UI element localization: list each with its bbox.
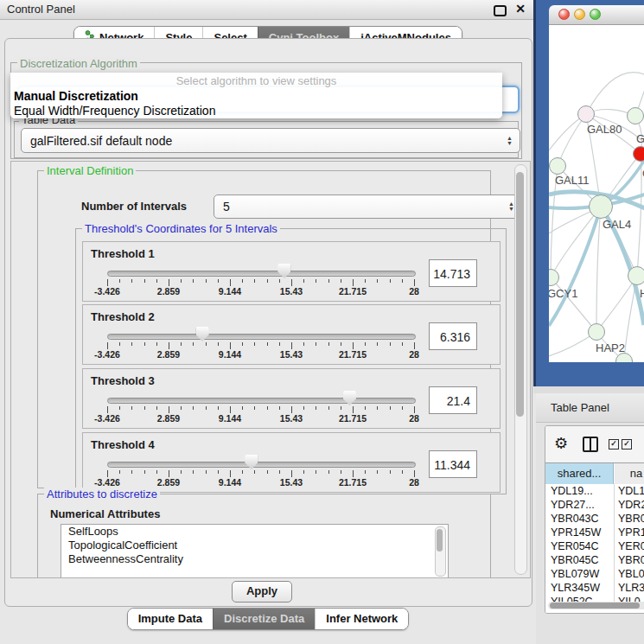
threshold-slider-track[interactable]	[107, 462, 416, 468]
table-row[interactable]: YBL079WYBL0	[545, 567, 644, 581]
table-row[interactable]: YBR043CYBR0	[545, 512, 644, 526]
scrollbar-thumb[interactable]	[516, 172, 524, 417]
tick-mark	[390, 342, 391, 346]
network-canvas[interactable]: GAL80GCGAL11GAL4GCY1HHAP2	[549, 25, 644, 362]
close-icon[interactable]: ✕	[515, 2, 526, 16]
cell-shared-name: YDR27...	[551, 498, 613, 512]
scrollbar-thumb[interactable]	[437, 529, 443, 552]
node-label: GAL4	[603, 218, 631, 231]
column-header-shared[interactable]: shared...	[545, 463, 614, 484]
threshold-slider-track[interactable]	[107, 398, 416, 404]
attribute-list-item[interactable]: SelfLoops	[61, 525, 448, 539]
network-node[interactable]	[577, 105, 595, 123]
network-node[interactable]	[627, 107, 644, 124]
threshold-value-field[interactable]: 6.316	[429, 322, 477, 350]
threshold-value-field[interactable]: 21.4	[429, 386, 477, 414]
list-scrollbar[interactable]	[435, 526, 446, 577]
tick-mark	[291, 406, 292, 413]
table-row[interactable]: YLR345WYLR3	[545, 581, 644, 595]
tick-label: 2.859	[157, 477, 180, 488]
threshold-panel: Threshold 4 -3.4262.8599.14415.4321.7152…	[82, 432, 501, 493]
tick-mark	[169, 279, 169, 286]
table-horizontal-scrollbar[interactable]	[548, 602, 644, 609]
tick-mark	[303, 279, 304, 283]
tick-mark	[131, 406, 132, 410]
combo-spinner-icon[interactable]: ▲▼	[508, 201, 514, 212]
network-node[interactable]	[588, 323, 605, 341]
table-row[interactable]: YDL19...YDL1	[545, 484, 644, 498]
threshold-slider-track[interactable]	[107, 334, 416, 340]
tab-label: Infer Network	[326, 612, 398, 625]
attribute-list-item[interactable]: BetweennessCentrality	[61, 552, 448, 566]
node-label: HAP2	[596, 341, 625, 354]
threshold-value-field[interactable]: 14.713	[429, 259, 477, 287]
network-node[interactable]	[633, 146, 644, 162]
tick-mark	[303, 406, 304, 410]
panel-scrollbar[interactable]	[514, 164, 527, 575]
tick-mark	[267, 342, 268, 346]
table-row[interactable]: YER054CYER0	[545, 539, 644, 553]
tick-label: -3.426	[94, 286, 120, 296]
cell-shared-name: YPR145W	[551, 526, 613, 539]
number-of-intervals-select[interactable]: 5 ▲▼	[214, 194, 522, 219]
threshold-panel: Threshold 3 -3.4262.8599.14415.4321.7152…	[82, 368, 501, 429]
numerical-attributes-list[interactable]: SelfLoopsTopologicalCoefficientBetweenne…	[61, 524, 449, 578]
tick-mark	[107, 470, 108, 477]
threshold-value-field[interactable]: 11.344	[429, 450, 477, 478]
float-window-icon[interactable]	[494, 5, 507, 16]
zoom-light[interactable]	[590, 9, 601, 20]
close-light[interactable]	[558, 9, 570, 20]
minimize-light[interactable]	[574, 9, 585, 20]
table-data-select[interactable]: galFiltered.sif default node ▲▼	[21, 128, 520, 153]
tick-mark	[341, 406, 341, 410]
tick-mark	[218, 279, 219, 283]
cell-name: YDR2	[618, 498, 644, 512]
table-row[interactable]: YBR045CYBR0	[545, 553, 644, 567]
tick-mark	[193, 279, 194, 283]
tick-mark	[402, 406, 403, 410]
dropdown-option[interactable]: Manual Discretization	[10, 89, 502, 104]
tick-mark	[316, 342, 316, 346]
tab-impute-data[interactable]: Impute Data	[128, 609, 213, 629]
tick-label: 28	[409, 477, 419, 488]
tab-infer-network[interactable]: Infer Network	[315, 609, 408, 629]
dropdown-option[interactable]: Equal Width/Frequency Discretization	[10, 104, 502, 118]
tick-mark	[206, 470, 207, 474]
scrollbar-thumb[interactable]	[550, 603, 640, 609]
thresholds-group: Threshold's Coordinates for 5 Intervals …	[75, 228, 507, 494]
threshold-slider-track[interactable]	[107, 271, 416, 277]
tick-mark	[341, 470, 341, 474]
checkbox-icon[interactable]: ✓	[622, 439, 632, 450]
cell-shared-name: YDL19...	[551, 484, 613, 498]
tab-discretize-data[interactable]: Discretize Data	[213, 609, 315, 629]
tick-mark	[144, 406, 145, 410]
split-columns-icon[interactable]	[583, 437, 598, 452]
combo-spinner-icon[interactable]: ▲▼	[507, 136, 513, 146]
network-node[interactable]	[589, 194, 613, 219]
column-header-name[interactable]: na	[615, 463, 644, 484]
slider-tick-labels: -3.4262.8599.14415.4321.71528	[107, 349, 415, 360]
network-node[interactable]	[549, 157, 566, 175]
tick-mark	[181, 279, 182, 283]
number-of-intervals-value: 5	[223, 200, 230, 214]
apply-button[interactable]: Apply	[232, 581, 292, 603]
tick-mark	[254, 406, 255, 410]
checkbox-icon[interactable]: ✓	[609, 439, 619, 450]
table-row[interactable]: YPR145WYPR1	[545, 526, 644, 539]
discretization-algorithm-group-title: Discretization Algorithm	[17, 57, 140, 70]
tick-mark	[377, 470, 378, 474]
tick-label: 15.43	[280, 286, 303, 296]
cell-name: YLR3	[618, 581, 644, 595]
tick-mark	[131, 279, 132, 283]
settings-gear-icon[interactable]: ⚙	[554, 434, 568, 453]
node-label: GCY1	[549, 287, 577, 300]
tick-mark	[193, 342, 194, 346]
algorithm-dropdown-popup: Select algorithm to view settingsManual …	[10, 73, 502, 118]
tick-label: 2.859	[157, 349, 180, 360]
tick-label: 21.715	[339, 413, 367, 424]
bottom-tab-bar: Impute DataDiscretize DataInfer Network	[0, 608, 536, 630]
table-row[interactable]: YDR27...YDR2	[545, 498, 644, 512]
attribute-list-item[interactable]: TopologicalCoefficient	[61, 539, 448, 552]
threshold-panel: Threshold 2 -3.4262.8599.14415.4321.7152…	[82, 304, 501, 365]
network-node[interactable]	[628, 266, 644, 285]
